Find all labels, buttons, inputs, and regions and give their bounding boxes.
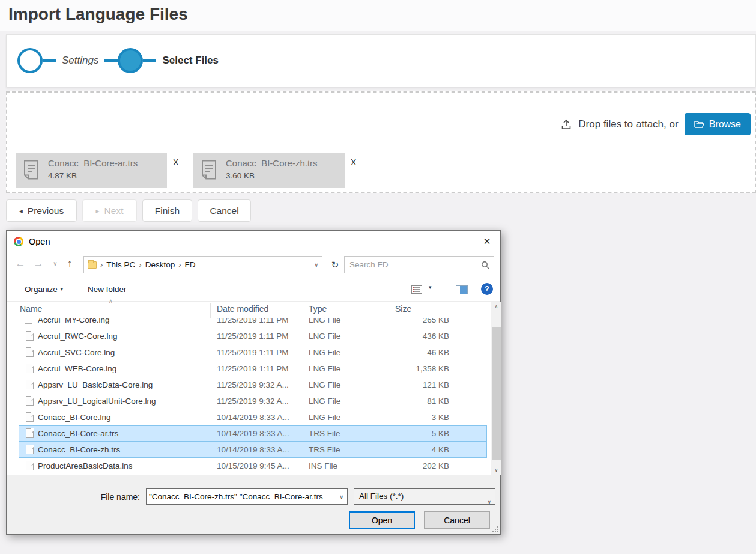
upload-icon [560, 118, 572, 130]
recent-locations-chevron-icon[interactable]: ∨ [49, 255, 62, 273]
dropzone-prompt: Drop files to attach, or [578, 118, 678, 130]
file-icon [26, 428, 34, 438]
column-header-type[interactable]: Type [309, 304, 327, 314]
file-date-cell: 10/14/2019 8:33 A... [217, 442, 289, 458]
search-box[interactable] [344, 256, 494, 273]
file-type-cell: LNG File [309, 344, 340, 361]
file-type-select[interactable]: All Files (*.*) ∨ [354, 488, 495, 505]
sort-ascending-icon: ∧ [109, 298, 113, 304]
views-chevron-icon[interactable]: ▾ [429, 284, 432, 290]
file-type-cell: LNG File [309, 377, 340, 393]
file-type-cell: TRS File [309, 425, 340, 442]
search-input[interactable] [349, 257, 476, 273]
column-header-size[interactable]: Size [395, 304, 411, 314]
file-icon [26, 412, 34, 422]
step-circle-settings[interactable] [17, 48, 43, 73]
row-checkbox[interactable] [25, 318, 32, 324]
scrollbar-thumb[interactable] [492, 327, 501, 460]
scroll-up-icon[interactable]: ∧ [491, 302, 501, 312]
file-row[interactable]: ProductAreaBasicData.ins 10/15/2019 9:45… [19, 458, 487, 474]
column-divider[interactable] [455, 303, 455, 318]
resize-grip[interactable] [491, 525, 498, 532]
breadcrumb-this-pc[interactable]: This PC [106, 260, 135, 269]
column-header-date-modified[interactable]: Date modified [217, 304, 268, 314]
step-connector [43, 59, 56, 62]
address-dropdown-chevron-icon[interactable]: ∨ [314, 262, 318, 268]
dialog-cancel-button[interactable]: Cancel [424, 511, 490, 529]
file-row[interactable]: Accrul_RWC-Core.lng 11/25/2019 1:11 PM L… [19, 328, 487, 344]
file-row[interactable]: Appsrv_LU_LogicalUnit-Core.lng 11/25/201… [19, 393, 487, 409]
previous-button[interactable]: ◂ Previous [6, 199, 77, 222]
file-icon [26, 347, 34, 357]
column-divider[interactable] [301, 303, 301, 318]
file-row[interactable]: Appsrv_LU_BasicData-Core.lng 11/25/2019 … [19, 377, 487, 393]
attachment-chip: Conacc_BI-Core-ar.trs 4.87 KB [16, 153, 167, 188]
chevron-down-icon: ▾ [61, 287, 63, 292]
file-date-cell: 11/25/2019 1:11 PM [217, 318, 289, 328]
file-type-cell: LNG File [309, 393, 340, 409]
refresh-button[interactable]: ↻ [327, 256, 343, 273]
attachment-name: Conacc_BI-Core-ar.trs [48, 158, 162, 168]
address-bar[interactable]: › This PC › Desktop › FD ∨ [83, 256, 322, 273]
file-row[interactable]: Accrul_MY-Core.lng 11/25/2019 1:11 PM LN… [19, 318, 487, 328]
file-name-cell: Conacc_BI-Core-zh.trs [38, 442, 120, 458]
column-divider[interactable] [393, 303, 393, 318]
file-row[interactable]: Accrul_SVC-Core.lng 11/25/2019 1:11 PM L… [19, 344, 487, 361]
breadcrumb-desktop[interactable]: Desktop [145, 260, 175, 269]
change-view-button[interactable] [411, 285, 422, 294]
breadcrumb-chevron-icon: › [139, 260, 141, 269]
file-date-cell: 11/25/2019 1:11 PM [217, 328, 289, 344]
file-row[interactable]: Conacc_BI-Core-ar.trs 10/14/2019 8:33 A.… [19, 425, 487, 442]
step-label-settings[interactable]: Settings [62, 55, 98, 67]
up-button[interactable]: ↑ [63, 255, 76, 273]
open-button[interactable]: Open [349, 511, 415, 529]
file-icon [26, 445, 34, 454]
file-row[interactable]: Accrul_WEB-Core.lng 11/25/2019 1:11 PM L… [19, 361, 487, 377]
dialog-nav-row: ← → ∨ ↑ › This PC › Desktop › FD ∨ ↻ [7, 255, 500, 275]
file-icon [26, 461, 34, 470]
step-label-select-files[interactable]: Select Files [162, 55, 219, 67]
attachment-chip: Conacc_BI-Core-zh.trs 3.60 KB [193, 153, 345, 188]
next-button[interactable]: ▸ Next [82, 199, 137, 222]
file-row[interactable]: Conacc_BI-Core-zh.trs 10/14/2019 8:33 A.… [19, 442, 487, 458]
file-name-cell: ProductAreaBasicData.ins [38, 458, 133, 474]
help-button[interactable]: ? [481, 283, 493, 295]
remove-attachment-button[interactable]: X [173, 157, 181, 167]
remove-attachment-button[interactable]: X [351, 157, 359, 167]
wizard-cancel-button[interactable]: Cancel [198, 199, 251, 222]
file-name-cell: Accrul_SVC-Core.lng [38, 344, 115, 361]
wizard-stepper: Settings Select Files [6, 34, 756, 87]
file-row[interactable]: Conacc_BI-Core.lng 10/14/2019 8:33 A... … [19, 409, 487, 425]
page-title: Import Language Files [8, 5, 188, 24]
file-name-cell: Accrul_WEB-Core.lng [38, 361, 116, 377]
file-type-cell: INS File [309, 458, 337, 474]
browse-button[interactable]: Browse [685, 113, 751, 135]
dialog-titlebar[interactable]: Open ✕ [7, 231, 500, 253]
file-name-cell: Accrul_MY-Core.lng [38, 318, 110, 328]
preview-pane-button[interactable] [456, 285, 468, 294]
file-date-cell: 11/25/2019 1:11 PM [217, 344, 289, 361]
breadcrumb-fd[interactable]: FD [185, 260, 196, 269]
file-dropzone[interactable]: Drop files to attach, or Browse Conacc_B… [6, 91, 756, 193]
file-name-input[interactable] [149, 489, 333, 504]
step-circle-select-files[interactable] [118, 48, 143, 73]
folder-icon [88, 261, 97, 269]
new-folder-button[interactable]: New folder [88, 278, 127, 301]
file-size-cell: 4 KB [379, 442, 449, 458]
file-name-combo[interactable]: ∨ [146, 488, 348, 505]
back-button[interactable]: ← [14, 255, 27, 273]
finish-button[interactable]: Finish [142, 199, 192, 222]
column-divider[interactable] [210, 303, 211, 318]
file-size-cell: 5 KB [379, 425, 449, 442]
previous-arrow-icon: ◂ [19, 207, 23, 215]
scroll-down-icon[interactable]: ∨ [491, 466, 501, 475]
organize-menu[interactable]: Organize▾ [25, 278, 63, 301]
dialog-title: Open [29, 231, 50, 253]
vertical-scrollbar[interactable]: ∧ ∨ [491, 302, 501, 475]
file-name-cell: Conacc_BI-Core.lng [38, 409, 111, 425]
chevron-down-icon[interactable]: ∨ [339, 494, 343, 500]
forward-button[interactable]: → [32, 255, 45, 273]
column-header-name[interactable]: Name [20, 304, 42, 314]
next-arrow-icon: ▸ [96, 207, 100, 215]
dialog-close-button[interactable]: ✕ [477, 231, 497, 252]
